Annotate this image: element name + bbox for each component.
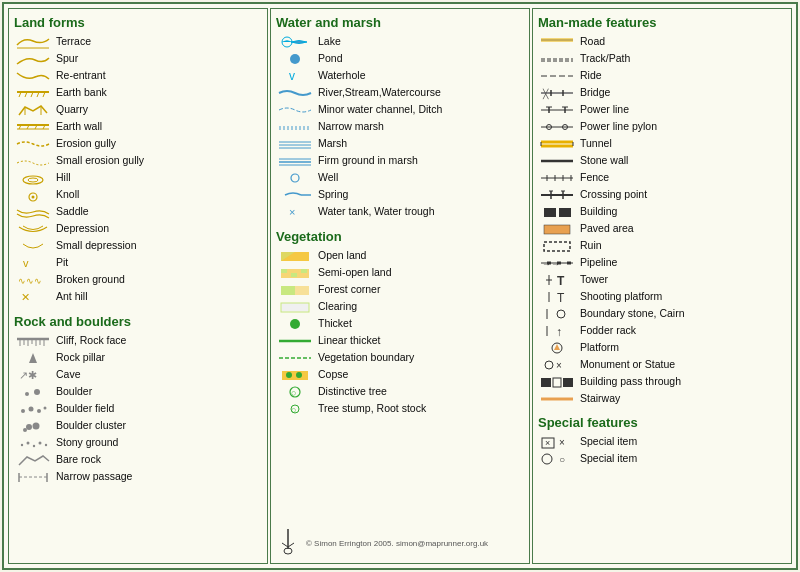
label-cave: Cave [56,368,81,382]
symbol-quarry [14,103,52,117]
symbol-copse [276,368,314,382]
label-boundarycairn: Boundary stone, Cairn [580,307,684,321]
label-distinctivetree: Distinctive tree [318,385,387,399]
symbol-linearthicket [276,334,314,348]
list-item: × Water tank, Water trough [276,204,524,220]
list-item: Linear thicket [276,333,524,349]
list-item: Small erosion gully [14,153,262,169]
label-boulder: Boulder [56,385,92,399]
label-ruin: Ruin [580,239,602,253]
symbol-watertank: × [276,205,314,219]
list-item: × × Special item [538,434,786,450]
list-item: Pond [276,51,524,67]
label-forestcorner: Forest corner [318,283,380,297]
list-item: ○ Special item [538,451,786,467]
symbol-cliff [14,334,52,348]
label-stairway: Stairway [580,392,620,406]
label-bouldercluster: Boulder cluster [56,419,126,433]
label-linearthicket: Linear thicket [318,334,380,348]
svg-rect-129 [553,378,561,387]
symbol-specialitem2: ○ [538,452,576,466]
symbol-treestump: ○ [276,402,314,416]
list-item: v Waterhole [276,68,524,84]
label-pit: Pit [56,256,68,270]
list-item: Semi-open land [276,265,524,281]
list-item: Small depression [14,238,262,254]
symbol-tower: T [538,273,576,287]
symbol-firmmarsh [276,154,314,168]
list-item: Rock pillar [14,350,262,366]
list-item: Stony ground [14,435,262,451]
symbol-distinctivetree: ○ [276,385,314,399]
label-hill: Hill [56,171,71,185]
list-item: Marsh [276,136,524,152]
label-pond: Pond [318,52,343,66]
svg-text:v: v [23,257,29,269]
svg-text:○: ○ [291,388,296,398]
label-treestump: Tree stump, Root stock [318,402,426,416]
column-manmade: Man-made features Road Track/Path [532,8,792,564]
label-monument: Monument or Statue [580,358,675,372]
list-item: Platform [538,340,786,356]
list-item: Forest corner [276,282,524,298]
symbol-clearing [276,300,314,314]
svg-text:T: T [557,291,565,305]
svg-point-36 [21,444,23,446]
svg-text:↑: ↑ [556,325,562,339]
symbol-boulderfield [14,402,52,416]
svg-point-12 [28,178,38,182]
svg-point-35 [23,428,27,432]
symbol-knoll [14,188,52,202]
svg-point-121 [557,310,565,318]
list-item: ✕ Ant hill [14,289,262,305]
symbol-narrowpassage [14,470,52,484]
symbol-forestcorner [276,283,314,297]
label-tower: Tower [580,273,608,287]
list-item: Open land [276,248,524,264]
svg-point-33 [26,424,32,430]
svg-marker-25 [29,353,37,363]
svg-line-75 [288,543,294,547]
list-item: Saddle [14,204,262,220]
svg-rect-61 [281,286,295,295]
main-page: Land forms Terrace Spur Re-entrant [2,2,798,570]
list-item: Bare rock [14,452,262,468]
symbol-specialitem1: × × [538,435,576,449]
list-item: Building [538,204,786,220]
label-pylon: Power line pylon [580,120,657,134]
label-smalldepression: Small depression [56,239,137,253]
label-knoll: Knoll [56,188,79,202]
list-item: ∿∿∿ Broken ground [14,272,262,288]
svg-rect-59 [291,273,297,277]
list-item: ↗✱ Cave [14,367,262,383]
label-rockpillar: Rock pillar [56,351,105,365]
svg-point-39 [39,442,42,445]
list-item: Ride [538,68,786,84]
svg-text:○: ○ [559,454,565,465]
symbol-river [276,86,314,100]
svg-rect-130 [563,378,573,387]
list-item: Cliff, Rock face [14,333,262,349]
section-title-rock: Rock and boulders [14,314,262,329]
list-item: Boulder cluster [14,418,262,434]
svg-rect-58 [281,269,287,273]
symbol-crossingpoint [538,188,576,202]
column-landforms: Land forms Terrace Spur Re-entrant [8,8,268,564]
svg-point-53 [291,174,299,182]
symbol-pavedarea [538,222,576,236]
symbol-pylon [538,120,576,134]
symbol-vegboundary [276,351,314,365]
list-item: T Shooting platform [538,289,786,305]
label-fence: Fence [580,171,609,185]
list-item: Road [538,34,786,50]
symbol-ride [538,69,576,83]
label-specialitem2: Special item [580,452,637,466]
label-stonewall: Stone wall [580,154,628,168]
list-item: Earth wall [14,119,262,135]
list-item: Firm ground in marsh [276,153,524,169]
symbol-stonyground [14,436,52,450]
symbol-boulder [14,385,52,399]
svg-point-38 [33,445,35,447]
label-copse: Copse [318,368,348,382]
list-item: Spring [276,187,524,203]
